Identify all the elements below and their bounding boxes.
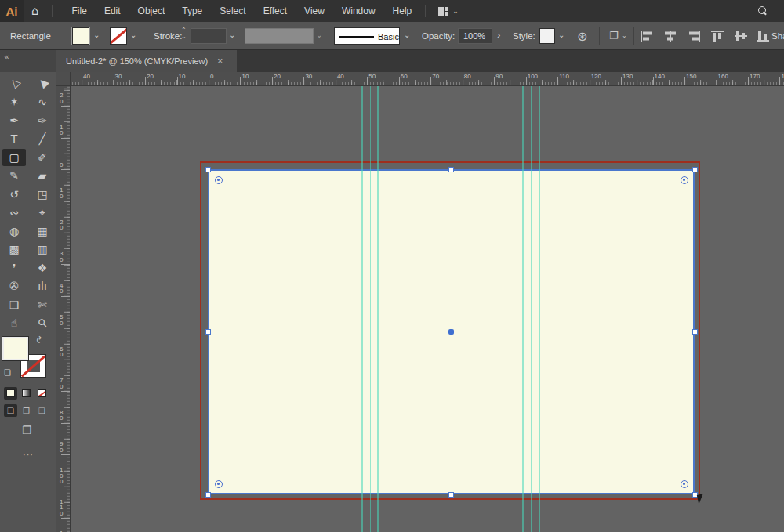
- guide-line[interactable]: [531, 86, 532, 532]
- lasso-tool[interactable]: ∿: [28, 93, 56, 112]
- corner-widget[interactable]: [681, 176, 688, 184]
- perspective-grid-tool[interactable]: ▦: [28, 222, 56, 241]
- opacity-input[interactable]: 100%: [458, 28, 492, 44]
- shaper-tool[interactable]: ✎: [0, 167, 28, 186]
- graphic-style-swatch[interactable]: [539, 28, 555, 44]
- corner-widget[interactable]: [681, 480, 688, 488]
- home-icon[interactable]: ⌂: [31, 4, 39, 18]
- curvature-tool[interactable]: ✑: [28, 111, 56, 130]
- menu-effect[interactable]: Effect: [255, 0, 296, 22]
- menu-help[interactable]: Help: [384, 0, 421, 22]
- mesh-tool[interactable]: ▩: [0, 241, 28, 259]
- chevron-down-icon[interactable]: ⌄: [558, 31, 564, 39]
- stepper-down-icon[interactable]: ⌄: [181, 34, 187, 40]
- corner-widget[interactable]: [215, 176, 223, 184]
- screen-mode-button[interactable]: ❐: [22, 424, 32, 436]
- menu-file[interactable]: File: [64, 0, 96, 22]
- selection-handle[interactable]: [205, 329, 211, 335]
- stroke-weight-input[interactable]: [191, 28, 227, 44]
- draw-inside-button[interactable]: ❏: [35, 404, 49, 417]
- blend-tool[interactable]: ❖: [28, 259, 56, 277]
- stroke-color-swatch[interactable]: [110, 27, 127, 45]
- align-bottom-button[interactable]: [754, 29, 771, 43]
- horizontal-ruler[interactable]: 4030201001020304050607080901001101201301…: [71, 72, 784, 86]
- shape-link[interactable]: Shape: [771, 31, 784, 41]
- selection-handle[interactable]: [692, 329, 698, 335]
- search-icon[interactable]: [757, 6, 767, 16]
- fill-proxy[interactable]: [2, 337, 28, 360]
- chevron-down-icon[interactable]: ⌄: [622, 32, 627, 39]
- chevron-down-icon[interactable]: ⌄: [93, 31, 100, 39]
- none-button[interactable]: [35, 387, 49, 400]
- line-segment-tool[interactable]: ╱: [28, 130, 56, 149]
- selection-handle[interactable]: [205, 492, 211, 498]
- selection-tool[interactable]: ▷: [0, 74, 28, 93]
- hand-tool[interactable]: ☝: [0, 314, 28, 333]
- canvas[interactable]: [71, 86, 784, 532]
- selection-handle[interactable]: [448, 167, 454, 172]
- close-tab-icon[interactable]: ×: [217, 56, 223, 67]
- gradient-button[interactable]: [20, 387, 33, 400]
- shape-builder-tool[interactable]: ◍: [0, 222, 28, 241]
- chevron-down-icon[interactable]: ⌄: [452, 7, 459, 15]
- eyedropper-tool[interactable]: ❜: [0, 259, 28, 277]
- align-top-button[interactable]: [709, 29, 726, 43]
- center-point[interactable]: [448, 329, 454, 335]
- edit-toolbar-button[interactable]: ···: [0, 450, 56, 459]
- guide-line[interactable]: [522, 86, 524, 532]
- collapse-panel-icon[interactable]: «: [4, 52, 8, 62]
- chevron-down-icon[interactable]: ⌄: [404, 31, 410, 39]
- menu-window[interactable]: Window: [333, 0, 384, 22]
- rotate-tool[interactable]: ↺: [0, 185, 28, 204]
- align-left-button[interactable]: [638, 29, 655, 43]
- guide-line[interactable]: [377, 86, 379, 532]
- align-right-button[interactable]: [685, 29, 702, 43]
- guide-line[interactable]: [539, 86, 540, 532]
- artboard-tool[interactable]: ❏: [0, 295, 28, 314]
- default-fill-stroke-icon[interactable]: ❏: [4, 368, 11, 377]
- rectangle-tool[interactable]: ▢: [2, 149, 26, 166]
- recolor-artwork-icon[interactable]: ⊛: [577, 29, 587, 44]
- slice-tool[interactable]: ✄: [28, 295, 56, 314]
- align-vertical-center-button[interactable]: [732, 29, 750, 43]
- menu-object[interactable]: Object: [129, 0, 174, 22]
- opacity-options-arrow[interactable]: ›: [497, 29, 500, 41]
- draw-behind-button[interactable]: ❐: [20, 404, 33, 417]
- column-graph-tool[interactable]: ılı: [28, 277, 56, 296]
- chevron-down-icon[interactable]: ⌄: [130, 31, 136, 39]
- paintbrush-tool[interactable]: ✐: [28, 148, 56, 167]
- magic-wand-tool[interactable]: ✶: [0, 93, 28, 112]
- color-button[interactable]: [4, 387, 17, 400]
- type-tool[interactable]: T: [0, 130, 28, 149]
- selection-handle[interactable]: [448, 492, 454, 498]
- gradient-tool[interactable]: ▥: [28, 241, 56, 259]
- fill-color-swatch[interactable]: [72, 27, 89, 45]
- width-tool[interactable]: ∾: [0, 204, 28, 223]
- vertical-ruler[interactable]: 2 01 001 02 03 04 05 06 07 08 09 01 0 01…: [56, 86, 71, 532]
- menu-type[interactable]: Type: [173, 0, 211, 22]
- draw-normal-button[interactable]: ❏: [4, 404, 17, 417]
- selection-handle[interactable]: [692, 167, 698, 172]
- zoom-tool[interactable]: ⚲: [28, 314, 56, 333]
- isolate-object-icon[interactable]: ❐: [609, 30, 619, 42]
- ruler-origin-box[interactable]: [56, 72, 71, 86]
- workspace-switcher-icon[interactable]: [438, 7, 448, 16]
- selection-handle[interactable]: [205, 167, 211, 172]
- eraser-tool[interactable]: ▰: [28, 167, 56, 186]
- swap-fill-stroke-icon[interactable]: ↷: [34, 335, 45, 343]
- pen-tool[interactable]: ✒: [0, 111, 28, 130]
- corner-widget[interactable]: [215, 480, 223, 488]
- menu-view[interactable]: View: [296, 0, 333, 22]
- scale-tool[interactable]: ◳: [28, 185, 56, 204]
- guide-line[interactable]: [361, 86, 363, 532]
- align-horizontal-center-button[interactable]: [662, 29, 679, 43]
- menu-edit[interactable]: Edit: [96, 0, 129, 22]
- guide-line[interactable]: [370, 86, 372, 532]
- menu-select[interactable]: Select: [211, 0, 254, 22]
- stroke-weight-stepper[interactable]: ⌃ ⌄: [181, 27, 187, 40]
- brush-definition-dropdown[interactable]: Basic: [334, 27, 400, 45]
- direct-selection-tool[interactable]: ▶: [28, 74, 56, 93]
- document-tab[interactable]: Untitled-2* @ 150% (CMYK/Preview) ×: [56, 50, 237, 72]
- symbol-sprayer-tool[interactable]: ✇: [0, 277, 28, 296]
- chevron-down-icon[interactable]: ⌄: [229, 31, 235, 39]
